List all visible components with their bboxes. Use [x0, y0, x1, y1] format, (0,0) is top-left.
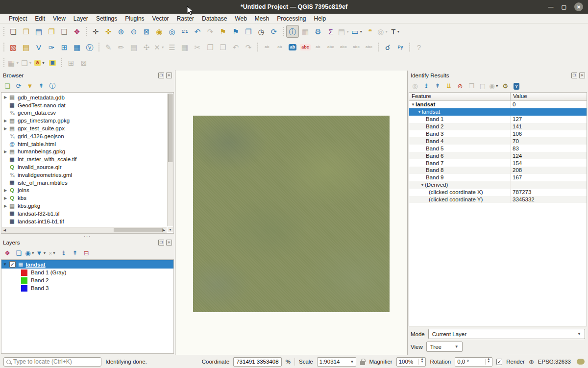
processing-toolbox-button[interactable]: ⚙: [312, 25, 324, 38]
layer-diagram-options-button[interactable]: abc: [299, 41, 312, 53]
menu-web[interactable]: Web: [231, 15, 250, 23]
add-selected-layers-button[interactable]: ❏: [2, 81, 13, 92]
layer-visibility-checkbox[interactable]: ✓: [9, 261, 16, 268]
measure-button[interactable]: ▭▼: [350, 25, 364, 38]
pan-to-selection-button[interactable]: ✜: [102, 25, 115, 38]
table-header[interactable]: Feature Value: [409, 93, 587, 101]
new-mesh-layer-button[interactable]: ▦: [71, 41, 83, 53]
scrollbar-thumb[interactable]: [114, 228, 163, 232]
scroll-left-arrow[interactable]: ◀: [2, 227, 7, 233]
result-row--clicked-coordinate-x-[interactable]: (clicked coordinate X)787273: [409, 189, 587, 196]
toolbar-handle[interactable]: [98, 43, 99, 51]
temporal-controller-button[interactable]: ◷: [255, 25, 268, 38]
layer-labeling-options-button[interactable]: ab: [286, 41, 299, 53]
new-geopackage-layer-button[interactable]: ▤: [20, 41, 32, 53]
identify-help-button[interactable]: ?: [511, 81, 522, 92]
result-row-landsat[interactable]: ▼landsat: [409, 108, 587, 116]
toolbar-handle[interactable]: [3, 43, 4, 51]
identify-settings-button[interactable]: ⚙: [500, 81, 511, 92]
expand-new-results-button[interactable]: ⇊: [443, 81, 454, 92]
refresh-map-button[interactable]: ⟳: [268, 25, 280, 38]
locator-search[interactable]: [3, 357, 101, 367]
zoom-in-button[interactable]: ⊕: [115, 25, 127, 38]
zoom-last-button[interactable]: ↶: [191, 25, 204, 38]
band-row[interactable]: Band 3: [1, 284, 173, 292]
save-project-button[interactable]: ▤: [32, 25, 45, 38]
metasearch-button[interactable]: ☌: [381, 41, 394, 53]
layers-float-icon[interactable]: ❐: [158, 240, 164, 245]
browser-item-isle-of-man-mbtiles[interactable]: ▦isle_of_man.mbtiles: [2, 179, 167, 187]
clear-results-button[interactable]: ⊘: [455, 81, 466, 92]
menu-mesh[interactable]: Mesh: [251, 15, 273, 23]
browser-item-grid-4326-geojson[interactable]: ¾grid_4326.geojson: [2, 132, 167, 140]
column-header-feature[interactable]: Feature: [409, 93, 511, 100]
open-layer-styling-panel-button[interactable]: ❖: [2, 248, 13, 259]
browser-item-kbs[interactable]: ▶Qkbs: [2, 194, 167, 202]
zoom-to-layer-button[interactable]: ◎: [166, 25, 178, 38]
expand-all-layers-button[interactable]: ⇟: [58, 248, 69, 259]
toolbar-handle[interactable]: [3, 58, 4, 67]
browser-item-joins[interactable]: ▶Qjoins: [2, 187, 167, 195]
browser-item-invalid-source-qlr[interactable]: Qinvalid_source.qlr: [2, 163, 167, 171]
expand-caret-icon[interactable]: ▶: [2, 149, 8, 154]
scale-select[interactable]: 1:90314 ▼: [317, 357, 357, 367]
layer-node-landsat[interactable]: ▼ ✓ ▦ landsat: [1, 260, 173, 269]
zoom-out-button[interactable]: ⊖: [127, 25, 140, 38]
expand-caret-icon[interactable]: ▶: [2, 196, 8, 200]
open-project-button[interactable]: ❒: [20, 25, 32, 38]
show-spatial-bookmarks-button[interactable]: ⚑: [229, 25, 242, 38]
browser-item-landsat-f32-b1-tif[interactable]: ▦landsat-f32-b1.tif: [2, 210, 167, 218]
style-manager-button[interactable]: ❖: [71, 25, 83, 38]
statistical-summary-button[interactable]: Σ: [324, 25, 337, 38]
menu-edit[interactable]: Edit: [31, 15, 49, 23]
identify-features-button[interactable]: ⓘ: [286, 25, 299, 38]
scroll-down-arrow[interactable]: ▼: [168, 227, 173, 232]
browser-item-geodtest-nano-dat[interactable]: ▦GeodTest-nano.dat: [2, 101, 167, 109]
magnifier-spinbox[interactable]: 100% ▲▼: [396, 357, 426, 367]
python-console-button[interactable]: Py: [394, 41, 407, 53]
scroll-right-arrow[interactable]: ▶: [161, 227, 167, 233]
browser-vertical-scrollbar[interactable]: ▼: [167, 94, 173, 226]
filter-browser-button[interactable]: ▼: [24, 81, 35, 92]
identify-close-icon[interactable]: ✕: [579, 73, 585, 78]
menu-view[interactable]: View: [49, 15, 70, 23]
expand-caret-icon[interactable]: ▼: [420, 183, 425, 187]
toolbar-handle[interactable]: [61, 58, 62, 67]
result-row-band-7[interactable]: Band 7154: [409, 159, 587, 167]
toolbar-handle[interactable]: [86, 27, 87, 36]
spin-arrows-icon[interactable]: ▲▼: [418, 359, 423, 365]
remove-layer-button[interactable]: ⊟: [81, 248, 92, 259]
crs-status[interactable]: EPSG:32633: [538, 359, 571, 365]
expand-caret-icon[interactable]: ▶: [2, 204, 8, 208]
rotation-spinbox[interactable]: 0,0 ° ▲▼: [455, 357, 492, 367]
menu-vector[interactable]: Vector: [148, 15, 173, 23]
browser-item-int-raster-with-scale-tif[interactable]: ▦int_raster_with_scale.tif: [2, 155, 167, 163]
expand-caret-icon[interactable]: ▶: [2, 119, 8, 123]
band-row[interactable]: Band 1 (Gray): [1, 269, 173, 276]
result-row-band-1[interactable]: Band 1127: [409, 116, 587, 123]
menu-settings[interactable]: Settings: [92, 15, 121, 23]
band-row[interactable]: Band 2: [1, 276, 173, 284]
expand-tree-button[interactable]: ⇟: [421, 81, 432, 92]
result-row--derived-[interactable]: ▼(Derived): [409, 181, 587, 189]
expand-caret-icon[interactable]: ▼: [1, 262, 8, 267]
menu-project[interactable]: Project: [5, 15, 31, 23]
expand-caret-icon[interactable]: ▶: [2, 126, 8, 131]
toolbar-handle[interactable]: [378, 43, 379, 51]
result-row--clicked-coordinate-y-[interactable]: (clicked coordinate Y)3345332: [409, 196, 587, 203]
deselect-all-button[interactable]: ⊘▼: [33, 56, 46, 69]
result-row-band-5[interactable]: Band 583: [409, 145, 587, 152]
result-row-landsat[interactable]: ▼landsat0: [409, 101, 587, 108]
browser-float-icon[interactable]: ❐: [158, 73, 164, 78]
mode-select[interactable]: Current Layer ▼: [428, 329, 585, 339]
browser-item-landsat-int16-b1-tif[interactable]: ▦landsat-int16-b1.tif: [2, 218, 167, 225]
extents-toggle-icon[interactable]: %: [286, 359, 291, 365]
new-temporary-scratch-layer-button[interactable]: ✑: [45, 41, 58, 53]
expand-caret-icon[interactable]: ▼: [411, 102, 416, 107]
map-canvas[interactable]: [176, 71, 407, 355]
enable-properties-widget-button[interactable]: ⓘ: [47, 81, 58, 92]
lock-scale-icon[interactable]: [360, 361, 365, 365]
browser-close-icon[interactable]: ✕: [166, 73, 172, 78]
browser-item-html-table-html[interactable]: @html_table.html: [2, 140, 167, 148]
result-row-band-9[interactable]: Band 9167: [409, 174, 587, 181]
